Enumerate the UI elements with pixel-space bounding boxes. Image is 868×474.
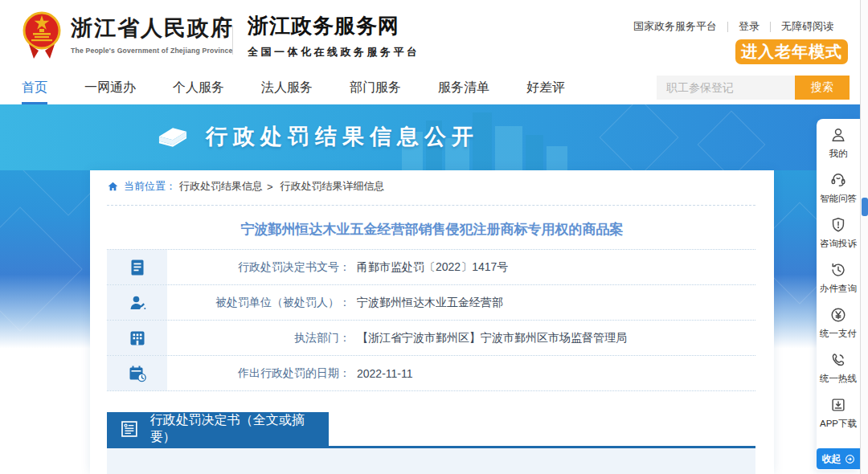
table-cell: 执法部门： 【浙江省宁波市鄞州区】宁波市鄞州区市场监督管理局: [167, 321, 755, 355]
collapse-button[interactable]: 收起: [817, 448, 860, 469]
field-value: 宁波鄞州恒达木业五金经营部: [357, 296, 503, 310]
sidebar-item-app-download[interactable]: APP下载: [817, 389, 860, 434]
nav-item-personal[interactable]: 个人服务: [173, 71, 224, 104]
collapse-label: 收起: [822, 452, 841, 466]
field-value: 【浙江省宁波市鄞州区】宁波市鄞州区市场监督管理局: [357, 331, 627, 345]
sidebar-item-label: 办件查询: [820, 283, 857, 295]
tab-label: 行政处罚决定书（全文或摘要）: [150, 412, 329, 446]
nav-item-legal-person[interactable]: 法人服务: [261, 71, 313, 104]
banner: 行政处罚结果信息公开: [0, 104, 860, 170]
sidebar-item-label: 统一热线: [820, 373, 857, 385]
breadcrumb-divider: [107, 205, 755, 206]
breadcrumb-separator: >: [267, 181, 273, 193]
link-national-platform[interactable]: 国家政务服务平台: [633, 19, 717, 34]
nav-item-department[interactable]: 部门服务: [350, 71, 401, 104]
breadcrumb-current: 行政处罚结果详细信息: [280, 179, 385, 194]
portal-brand: 浙江政务服务网 全国一体化在线政务服务平台: [248, 12, 420, 59]
field-label: 执法部门：: [167, 331, 350, 345]
top-links: 国家政务服务平台 登录 无障碍阅读: [633, 19, 833, 34]
calendar-clock-icon: [107, 356, 167, 390]
user-icon: [829, 126, 847, 144]
sidebar-item-smart-qa[interactable]: 智能问答: [817, 164, 860, 209]
table-row: 行政处罚决定书文号： 甬鄞市监处罚〔2022〕1417号: [107, 250, 755, 285]
decision-document-panel: [107, 448, 755, 474]
quick-sidebar: 我的 智能问答 咨询投诉: [817, 119, 860, 470]
search-button[interactable]: 搜索: [795, 76, 850, 100]
table-cell: 被处罚单位（被处罚人）： 宁波鄞州恒达木业五金经营部: [167, 285, 755, 320]
nav-item-service-list[interactable]: 服务清单: [438, 71, 489, 104]
field-label: 被处罚单位（被处罚人）：: [167, 296, 350, 310]
nav-item-one-network[interactable]: 一网通办: [84, 71, 136, 104]
breadcrumb: 当前位置： 行政处罚结果信息 > 行政处罚结果详细信息: [107, 179, 385, 194]
link-login[interactable]: 登录: [739, 19, 760, 34]
sidebar-item-label: 统一支付: [820, 328, 857, 340]
scrollbar-thumb[interactable]: [862, 198, 868, 216]
nav-search: 搜索: [657, 76, 850, 100]
nav-item-rating[interactable]: 好差评: [526, 71, 565, 104]
book-icon: [156, 121, 190, 154]
qa-headset-icon: [829, 171, 847, 189]
field-label: 行政处罚决定书文号：: [167, 260, 350, 275]
field-label: 作出行政处罚的日期：: [167, 366, 350, 381]
site-name: 浙江省人民政府: [71, 14, 234, 43]
site-header: 浙江省人民政府 The People's Government of Zheji…: [0, 0, 868, 71]
sidebar-item-label: 咨询投诉: [820, 238, 857, 250]
hotline-phone-icon: [829, 351, 847, 369]
field-value: 2022-11-11: [357, 367, 413, 380]
arrow-right-circle-icon: [845, 454, 855, 464]
person-icon: [107, 285, 167, 320]
national-emblem-icon: [23, 9, 61, 60]
link-separator: [770, 22, 771, 32]
nav-items: 首页 一网通办 个人服务 法人服务 部门服务 服务清单 好差评: [0, 71, 565, 104]
home-icon: [107, 181, 119, 192]
sidebar-item-complaint[interactable]: 咨询投诉: [817, 209, 860, 254]
breadcrumb-location-label: 当前位置：: [124, 179, 176, 194]
document-icon: [107, 250, 167, 284]
banner-title: 行政处罚结果信息公开: [206, 122, 479, 151]
sidebar-item-my[interactable]: 我的: [817, 119, 860, 164]
case-info-table: 行政处罚决定书文号： 甬鄞市监处罚〔2022〕1417号 被处罚单位（被处罚人）…: [107, 249, 755, 391]
header-divider: [232, 26, 233, 55]
portal-name: 浙江政务服务网: [248, 12, 420, 40]
app-download-icon: [829, 396, 847, 414]
sidebar-item-label: 智能问答: [820, 193, 857, 205]
history-clock-icon: [829, 261, 847, 279]
case-title: 宁波鄞州恒达木业五金经营部销售侵犯注册商标专用权的商品案: [90, 220, 774, 239]
nav-item-home[interactable]: 首页: [22, 71, 47, 104]
field-value: 甬鄞市监处罚〔2022〕1417号: [357, 260, 508, 275]
decision-doc-icon: [120, 419, 139, 439]
breadcrumb-parent-link[interactable]: 行政处罚结果信息: [179, 179, 263, 194]
sidebar-item-unified-payment[interactable]: 统一支付: [817, 299, 860, 344]
sidebar-item-hotline[interactable]: 统一热线: [817, 344, 860, 389]
building-icon: [107, 321, 167, 355]
table-row: 执法部门： 【浙江省宁波市鄞州区】宁波市鄞州区市场监督管理局: [107, 321, 755, 356]
sidebar-item-label: 我的: [829, 148, 848, 160]
content-card: 当前位置： 行政处罚结果信息 > 行政处罚结果详细信息 宁波鄞州恒达木业五金经营…: [90, 170, 774, 474]
site-name-en: The People's Government of Zhejiang Prov…: [71, 47, 234, 55]
search-input[interactable]: [657, 76, 795, 100]
table-cell: 作出行政处罚的日期： 2022-11-11: [167, 356, 755, 390]
table-row: 被处罚单位（被处罚人）： 宁波鄞州恒达木业五金经营部: [107, 285, 755, 321]
sidebar-item-label: APP下载: [820, 418, 857, 430]
pay-yuan-icon: [829, 306, 847, 324]
site-brand: 浙江省人民政府 The People's Government of Zheji…: [71, 14, 234, 55]
table-row: 作出行政处罚的日期： 2022-11-11: [107, 356, 755, 391]
complaint-shield-icon: [829, 216, 847, 234]
tab-decision-document[interactable]: 行政处罚决定书（全文或摘要）: [107, 412, 329, 446]
window-scrollbar[interactable]: [860, 0, 868, 474]
link-accessibility[interactable]: 无障碍阅读: [781, 19, 833, 34]
main-nav: 首页 一网通办 个人服务 法人服务 部门服务 服务清单 好差评 搜索: [0, 71, 868, 104]
page: 浙江省人民政府 The People's Government of Zheji…: [0, 0, 868, 474]
sidebar-item-case-query[interactable]: 办件查询: [817, 254, 860, 299]
portal-subtitle: 全国一体化在线政务服务平台: [248, 45, 420, 59]
elder-mode-button[interactable]: 进入老年模式: [735, 39, 848, 64]
table-cell: 行政处罚决定书文号： 甬鄞市监处罚〔2022〕1417号: [167, 250, 755, 284]
link-separator: [727, 22, 728, 32]
